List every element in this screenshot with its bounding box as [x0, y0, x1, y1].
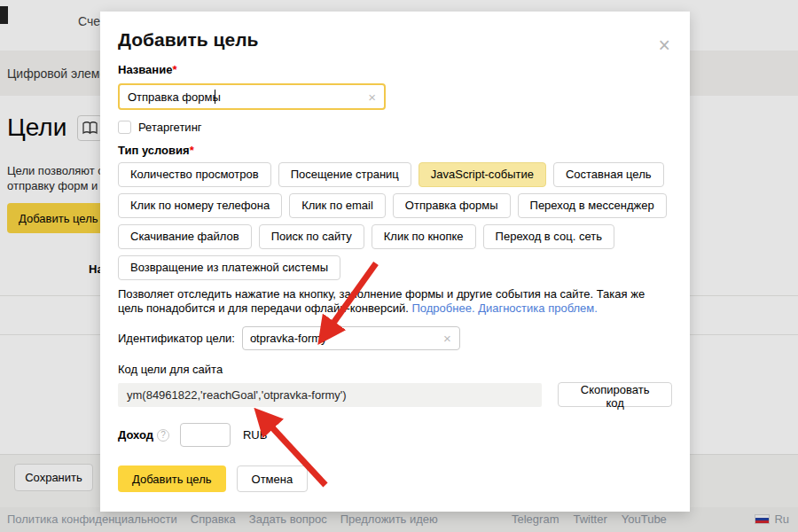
cancel-button[interactable]: Отмена	[237, 466, 309, 492]
clear-identifier-icon[interactable]: ×	[443, 331, 451, 346]
retargeting-row: Ретаргетинг	[118, 121, 672, 134]
condition-chip-javascript-event[interactable]: JavaScript-событие	[419, 162, 546, 187]
condition-chip-messenger[interactable]: Переход в мессенджер	[518, 193, 667, 218]
code-label: Код цели для сайта	[118, 363, 672, 376]
chips-row: Количество просмотров Посещение страниц …	[118, 162, 672, 187]
identifier-label: Идентификатор цели:	[118, 332, 235, 345]
condition-chip-form-submit[interactable]: Отправка формы	[393, 193, 511, 218]
identifier-input[interactable]	[250, 327, 427, 349]
identifier-input-wrap: ×	[242, 326, 460, 350]
modal-actions: Добавить цель Отмена	[118, 466, 672, 492]
condition-description: Позволяет отследить нажатие на кнопку, з…	[118, 287, 669, 316]
revenue-label: Доход	[118, 428, 153, 442]
condition-chip-pageviews[interactable]: Количество просмотров	[118, 162, 271, 187]
condition-chip-phone-click[interactable]: Клик по номеру телефона	[118, 193, 282, 218]
goal-name-input[interactable]	[128, 85, 349, 108]
submit-add-goal-button[interactable]: Добавить цель	[118, 466, 226, 492]
condition-chip-site-search[interactable]: Поиск по сайту	[259, 224, 364, 249]
condition-type-label: Тип условия*	[118, 144, 672, 157]
clear-name-icon[interactable]: ×	[368, 90, 376, 105]
info-icon[interactable]: ?	[157, 429, 169, 442]
condition-type-chips: Количество просмотров Посещение страниц …	[118, 162, 672, 280]
identifier-row: Идентификатор цели: ×	[118, 326, 672, 350]
code-row: ym(84961822,'reachGoal','otpravka-formy'…	[118, 382, 672, 407]
retargeting-label: Ретаргетинг	[138, 121, 202, 134]
revenue-row: Доход ? RUB	[118, 423, 672, 447]
goal-code-box: ym(84961822,'reachGoal','otpravka-formy'…	[118, 383, 542, 407]
condition-chip-email-click[interactable]: Клик по email	[289, 193, 386, 218]
condition-chip-file-download[interactable]: Скачивание файлов	[118, 224, 252, 249]
required-mark: *	[172, 63, 176, 76]
close-icon[interactable]: ×	[659, 36, 670, 54]
required-mark: *	[190, 144, 194, 157]
condition-chip-payment-return[interactable]: Возвращение из платежной системы	[118, 255, 340, 280]
screen: Сче Цифровой элеме Цели Цели позволяют о…	[0, 0, 798, 532]
chips-row: Скачивание файлов Поиск по сайту Клик по…	[118, 224, 672, 249]
revenue-input[interactable]	[180, 423, 231, 447]
chips-row: Возвращение из платежной системы	[118, 255, 672, 280]
condition-chip-page-visits[interactable]: Посещение страниц	[278, 162, 411, 187]
currency-label: RUB	[243, 428, 267, 442]
condition-chip-button-click[interactable]: Клик по кнопке	[372, 224, 476, 249]
name-field-label: Название*	[118, 63, 672, 76]
retargeting-checkbox[interactable]	[118, 121, 131, 134]
add-goal-modal: Добавить цель × Название* × Ретаргетинг …	[100, 12, 690, 512]
chips-row: Клик по номеру телефона Клик по email От…	[118, 193, 672, 218]
copy-code-button[interactable]: Скопировать код	[558, 382, 672, 407]
link-more[interactable]: Подробнее.	[412, 301, 475, 315]
link-diagnostics[interactable]: Диагностика проблем.	[478, 301, 598, 315]
modal-title: Добавить цель	[118, 29, 672, 51]
text-caret	[215, 90, 215, 104]
goal-name-input-wrap: ×	[118, 83, 386, 110]
condition-chip-social-network[interactable]: Переход в соц. сеть	[483, 224, 614, 249]
condition-chip-composite-goal[interactable]: Составная цель	[553, 162, 664, 187]
